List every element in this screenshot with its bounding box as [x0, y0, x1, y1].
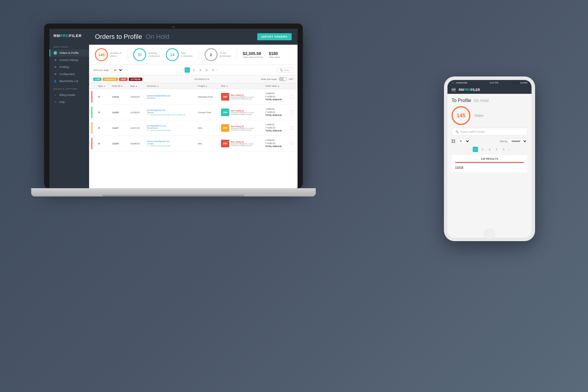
phone-sort: Sort by Newest Oldest	[500, 139, 527, 144]
sidebar-item-country-ratings[interactable]: ⚙ Country Ratings	[49, 56, 89, 64]
row-risk-score: 200	[221, 124, 229, 132]
import-orders-button[interactable]: IMPORT ORDERS	[257, 33, 292, 40]
grid-size-select[interactable]: 5 10	[457, 139, 470, 144]
prev-page[interactable]: ‹	[183, 69, 183, 71]
row-risk-score: 350	[221, 140, 229, 147]
page-3[interactable]: 3	[198, 67, 203, 73]
row-order-value: I NZ$9.00F NZ$5.00TOTAL NZ$14.00	[265, 123, 285, 133]
phone-page-4[interactable]: 4	[494, 147, 499, 152]
gear-icon: ⚙	[54, 65, 57, 69]
th-freight[interactable]: Freight ▲	[196, 83, 219, 89]
phone-page-title: To Profile	[452, 98, 471, 103]
row-customer-note: ✓ Previous successful orders	[147, 145, 193, 147]
row-customer-city: Christchurch	[147, 127, 193, 129]
phone-home-button[interactable]	[484, 229, 495, 239]
th-order-id[interactable]: Order ID ▲	[110, 83, 128, 89]
th-date[interactable]: Date ▲	[128, 83, 145, 89]
row-checkbox[interactable]	[290, 142, 294, 145]
sidebar-item-help[interactable]: ? Help	[49, 99, 89, 106]
tag-high[interactable]: HIGH	[119, 78, 128, 81]
phone-results-count: 145 RESULTS	[455, 157, 524, 160]
sidebar-item-profiling[interactable]: ⚙ Profiling	[49, 64, 89, 71]
phone-search-box[interactable]: 🔍 Search within results	[452, 128, 527, 136]
hamburger-menu[interactable]	[452, 88, 456, 91]
laptop-camera	[172, 26, 175, 28]
phone-pagination: ‹ 1 2 3 4 5 ›	[452, 147, 527, 152]
sidebar-item-orders-to-profile[interactable]: ✓ Orders to Profile	[49, 49, 89, 56]
sidebar-item-label: Black/White List	[59, 80, 78, 83]
sort-by-label: Sort by	[500, 140, 507, 143]
phone-carrier: ○○ VODAFONE	[452, 82, 467, 84]
th-customer[interactable]: Customer ▲	[144, 83, 196, 89]
multi-edit-toggle[interactable]	[279, 77, 287, 81]
tag-low[interactable]: LOW	[93, 78, 101, 81]
main-menu-label: Main Menu	[49, 43, 89, 49]
row-checkbox[interactable]	[290, 111, 294, 114]
phone-stat-row: 145 Orders	[452, 106, 527, 125]
row-customer-email[interactable]: joe.blogs@xtra.co.nz	[147, 125, 166, 127]
table-row[interactable]: A 11018 23/03/15 spambandit@hotmail.com …	[89, 89, 298, 105]
search-placeholder: Sear...	[284, 69, 291, 71]
table-row[interactable]: A 11025 21/06/15 johndoe@gmail.com Sydne…	[89, 105, 298, 120]
page-1[interactable]: 1	[185, 67, 190, 73]
circle-new: 14	[166, 48, 179, 61]
multi-edit-label: Multi edit mode	[261, 78, 277, 81]
phone-page-2[interactable]: 2	[480, 147, 485, 152]
sidebar-item-billing[interactable]: ▪ Billing Details	[49, 91, 89, 99]
phone-search-placeholder: Search within results	[460, 130, 485, 133]
row-customer-note: ✓ Previous successful orders over 6 mont…	[147, 114, 193, 116]
table-row[interactable]: A 11034 02/08/15 katlovescats@gmail.com …	[89, 136, 298, 151]
row-checkbox[interactable]	[290, 126, 294, 130]
row-customer-email[interactable]: spambandit@hotmail.com	[147, 95, 171, 97]
main-content: Orders to Profile On Hold IMPORT ORDERS …	[89, 29, 298, 188]
row-customer-city: Auckland	[147, 97, 193, 99]
results-count: 145 RESULTS	[194, 78, 209, 81]
sidebar-item-label: Orders to Profile	[59, 51, 79, 54]
stats-bar: 145 Number oforders 37 ExistingCustomers	[89, 45, 298, 65]
total-value2-amount: $180	[269, 51, 280, 56]
sidebar-item-configuration[interactable]: ⚙ Configuration	[49, 71, 89, 78]
th-type[interactable]: Type ▲	[96, 83, 110, 89]
multi-edit-off: OFF	[289, 78, 293, 81]
stat-divider-3	[237, 49, 237, 60]
grid-view-icon[interactable]	[452, 139, 455, 143]
th-order-value[interactable]: Order Value ▲	[263, 83, 288, 89]
th-risk[interactable]: Risk ▲	[219, 83, 263, 89]
phone-controls: 5 10 Sort by Newest Oldest	[452, 139, 527, 144]
search-box[interactable]: 🔍 Sear...	[277, 68, 293, 73]
total-value-label: Total value of items	[243, 56, 263, 59]
search-icon: 🔍	[280, 69, 283, 71]
phone-prev-page[interactable]: ‹	[470, 148, 471, 151]
phone-next-page[interactable]: ›	[508, 148, 509, 151]
row-risk-desc: Originating ipaddress countrymismatch to…	[231, 143, 254, 146]
page-4[interactable]: 4	[204, 67, 209, 73]
phone-page-3[interactable]: 3	[487, 147, 492, 152]
gear-icon: ⚙	[54, 72, 57, 76]
phone-search-icon: 🔍	[455, 130, 459, 133]
row-indicator-red	[91, 91, 92, 103]
admin-label: Admin & Support	[49, 85, 89, 91]
row-freight: Courier Post	[198, 111, 211, 114]
phone-page-5[interactable]: 5	[501, 147, 506, 152]
page-5[interactable]: 5	[211, 67, 216, 73]
row-risk-title: Item rating (3)	[231, 110, 254, 112]
phone-page-1[interactable]: 1	[473, 147, 478, 152]
tag-extreme[interactable]: EXTREME	[129, 78, 142, 81]
page-2[interactable]: 2	[191, 67, 196, 73]
next-page[interactable]: ›	[217, 69, 218, 71]
items-per-page-select[interactable]: 10 25 50	[111, 68, 123, 73]
sidebar-item-blackwhitelist[interactable]: 👤 Black/White List	[49, 78, 89, 85]
row-customer-email[interactable]: johndoe@gmail.com	[147, 109, 166, 111]
th-indicator	[89, 83, 96, 89]
tag-moderate[interactable]: MODERATE	[103, 78, 118, 81]
row-order-id: 11027	[112, 127, 118, 129]
sort-select[interactable]: Newest Oldest	[508, 139, 527, 144]
row-checkbox[interactable]	[290, 95, 294, 99]
filter-tags: LOW MODERATE HIGH EXTREME	[93, 78, 142, 81]
phone-logo: RMPROFILER	[459, 88, 480, 91]
row-customer-email[interactable]: katlovescats@gmail.com	[147, 140, 170, 142]
row-indicator-orange	[91, 122, 92, 134]
table-row[interactable]: A 11027 23/07/15 joe.blogs@xtra.co.nz Ch…	[89, 120, 298, 136]
stat-existing-customers: 37 ExistingCustomers	[133, 48, 160, 61]
help-icon: ?	[54, 100, 57, 104]
